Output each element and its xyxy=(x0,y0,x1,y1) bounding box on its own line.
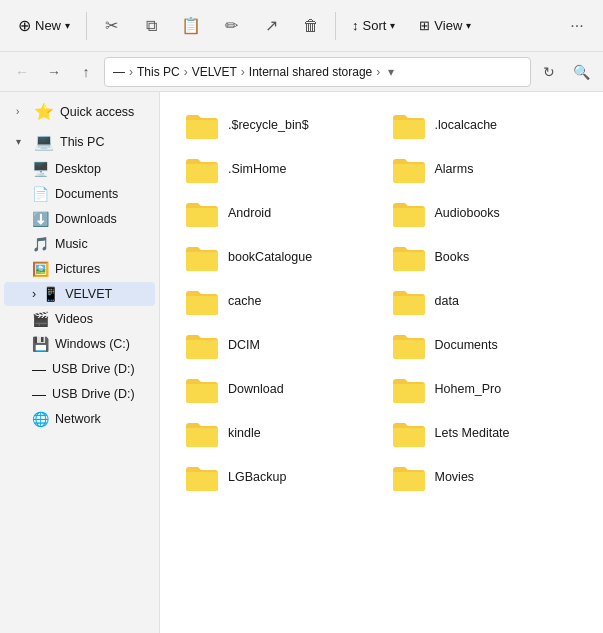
address-sep-0: › xyxy=(129,65,133,79)
folder-item[interactable]: Android xyxy=(176,192,381,234)
folder-name: .SimHome xyxy=(228,162,286,176)
separator-2 xyxy=(335,12,336,40)
sidebar-item-downloads[interactable]: ⬇️ Downloads xyxy=(4,207,155,231)
file-area: .$recycle_bin$ .localcache .SimHome xyxy=(160,92,603,633)
delete-button[interactable]: 🗑 xyxy=(293,8,329,44)
sidebar-item-desktop[interactable]: 🖥️ Desktop xyxy=(4,157,155,181)
folder-icon xyxy=(184,286,220,316)
cut-button[interactable]: ✂ xyxy=(93,8,129,44)
sidebar-item-pictures[interactable]: 🖼️ Pictures xyxy=(4,257,155,281)
music-icon: 🎵 xyxy=(32,236,49,252)
windows-c-label: Windows (C:) xyxy=(55,337,130,351)
forward-button[interactable]: → xyxy=(40,58,68,86)
sidebar: › ⭐ Quick access ▾ 💻 This PC 🖥️ Desktop … xyxy=(0,92,160,633)
folder-name: Lets Meditate xyxy=(435,426,510,440)
sidebar-item-usb-d-2[interactable]: — USB Drive (D:) xyxy=(4,382,155,406)
share-button[interactable]: ↗ xyxy=(253,8,289,44)
documents-icon: 📄 xyxy=(32,186,49,202)
folder-item[interactable]: Lets Meditate xyxy=(383,412,588,454)
quick-access-icon: ⭐ xyxy=(34,102,54,121)
new-chevron-icon: ▾ xyxy=(65,20,70,31)
address-path[interactable]: — › This PC › VELVET › Internal shared s… xyxy=(104,57,531,87)
address-this-pc[interactable]: This PC xyxy=(137,65,180,79)
sort-label: Sort xyxy=(363,18,387,33)
usb-d-2-label: USB Drive (D:) xyxy=(52,387,135,401)
address-dropdown-icon[interactable]: ▾ xyxy=(384,65,398,79)
usb-d-1-icon: — xyxy=(32,361,46,377)
addressbar: ← → ↑ — › This PC › VELVET › Internal sh… xyxy=(0,52,603,92)
folder-name: data xyxy=(435,294,459,308)
usb-d-1-label: USB Drive (D:) xyxy=(52,362,135,376)
folder-item[interactable]: .SimHome xyxy=(176,148,381,190)
folder-icon xyxy=(391,330,427,360)
folder-name: kindle xyxy=(228,426,261,440)
quick-access-label: Quick access xyxy=(60,105,134,119)
view-label: View xyxy=(434,18,462,33)
new-button[interactable]: ⊕ New ▾ xyxy=(8,10,80,41)
sidebar-item-this-pc[interactable]: ▾ 💻 This PC xyxy=(4,127,155,156)
folder-name: Audiobooks xyxy=(435,206,500,220)
sort-icon: ↕ xyxy=(352,18,359,33)
folder-item[interactable]: Documents xyxy=(383,324,588,366)
sidebar-item-windows-c[interactable]: 💾 Windows (C:) xyxy=(4,332,155,356)
address-velvet[interactable]: VELVET xyxy=(192,65,237,79)
folder-icon xyxy=(391,198,427,228)
documents-label: Documents xyxy=(55,187,118,201)
folder-icon xyxy=(184,154,220,184)
folder-icon xyxy=(391,374,427,404)
refresh-button[interactable]: ↻ xyxy=(535,58,563,86)
more-button[interactable]: ··· xyxy=(559,8,595,44)
copy-button[interactable]: ⧉ xyxy=(133,8,169,44)
main-area: › ⭐ Quick access ▾ 💻 This PC 🖥️ Desktop … xyxy=(0,92,603,633)
folder-item[interactable]: Audiobooks xyxy=(383,192,588,234)
toolbar: ⊕ New ▾ ✂ ⧉ 📋 ✏ ↗ 🗑 ↕ Sort ▾ ⊞ View ▾ ··… xyxy=(0,0,603,52)
paste-button[interactable]: 📋 xyxy=(173,8,209,44)
windows-c-icon: 💾 xyxy=(32,336,49,352)
folder-name: Movies xyxy=(435,470,475,484)
folder-item[interactable]: kindle xyxy=(176,412,381,454)
sidebar-item-videos[interactable]: 🎬 Videos xyxy=(4,307,155,331)
folder-item[interactable]: Books xyxy=(383,236,588,278)
folder-item[interactable]: Alarms xyxy=(383,148,588,190)
sidebar-item-music[interactable]: 🎵 Music xyxy=(4,232,155,256)
folder-name: Documents xyxy=(435,338,498,352)
folder-name: DCIM xyxy=(228,338,260,352)
folder-icon xyxy=(184,462,220,492)
sidebar-item-usb-d-1[interactable]: — USB Drive (D:) xyxy=(4,357,155,381)
velvet-icon: 📱 xyxy=(42,286,59,302)
sidebar-item-velvet[interactable]: › 📱 VELVET xyxy=(4,282,155,306)
sidebar-item-network[interactable]: 🌐 Network xyxy=(4,407,155,431)
folder-item[interactable]: Hohem_Pro xyxy=(383,368,588,410)
sort-chevron-icon: ▾ xyxy=(390,20,395,31)
folder-item[interactable]: cache xyxy=(176,280,381,322)
folder-name: bookCatalogue xyxy=(228,250,312,264)
folder-item[interactable]: .localcache xyxy=(383,104,588,146)
folder-item[interactable]: .$recycle_bin$ xyxy=(176,104,381,146)
folder-item[interactable]: LGBackup xyxy=(176,456,381,498)
address-root-icon: — xyxy=(113,65,125,79)
sidebar-item-documents[interactable]: 📄 Documents xyxy=(4,182,155,206)
folder-icon xyxy=(184,242,220,272)
sort-button[interactable]: ↕ Sort ▾ xyxy=(342,12,405,39)
folder-icon xyxy=(184,418,220,448)
folder-item[interactable]: DCIM xyxy=(176,324,381,366)
address-storage[interactable]: Internal shared storage xyxy=(249,65,372,79)
desktop-icon: 🖥️ xyxy=(32,161,49,177)
back-button[interactable]: ← xyxy=(8,58,36,86)
folder-item[interactable]: bookCatalogue xyxy=(176,236,381,278)
folder-name: cache xyxy=(228,294,261,308)
search-button[interactable]: 🔍 xyxy=(567,58,595,86)
folder-item[interactable]: Download xyxy=(176,368,381,410)
folder-icon xyxy=(391,242,427,272)
sidebar-item-quick-access[interactable]: › ⭐ Quick access xyxy=(4,97,155,126)
new-icon: ⊕ xyxy=(18,16,31,35)
folder-item[interactable]: Movies xyxy=(383,456,588,498)
folder-name: .localcache xyxy=(435,118,498,132)
rename-button[interactable]: ✏ xyxy=(213,8,249,44)
view-button[interactable]: ⊞ View ▾ xyxy=(409,12,481,39)
folder-item[interactable]: data xyxy=(383,280,588,322)
folder-icon xyxy=(184,330,220,360)
folder-icon xyxy=(184,110,220,140)
up-button[interactable]: ↑ xyxy=(72,58,100,86)
folder-name: Hohem_Pro xyxy=(435,382,502,396)
